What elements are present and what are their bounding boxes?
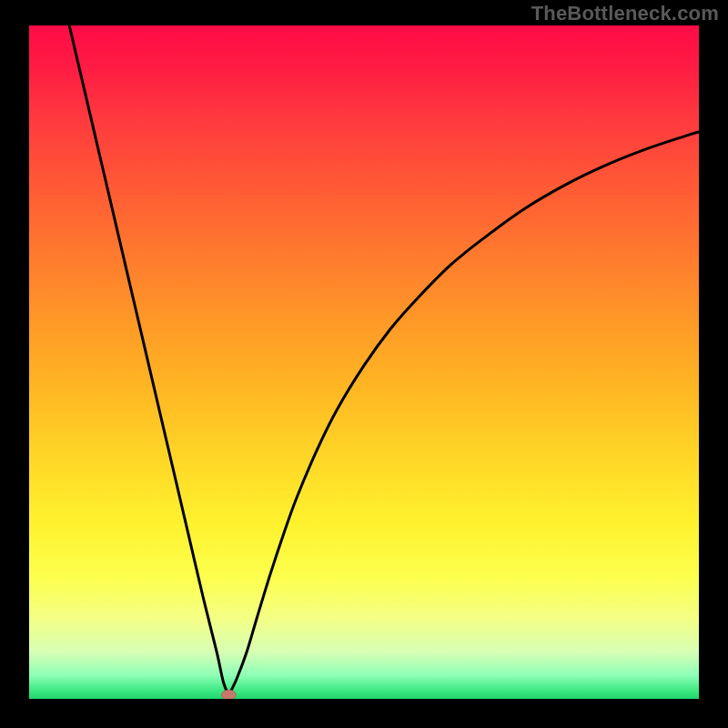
chart-frame: TheBottleneck.com: [0, 0, 728, 728]
curve-right-branch: [228, 132, 699, 695]
curve-left-branch: [69, 25, 228, 695]
watermark-text: TheBottleneck.com: [531, 2, 719, 25]
plot-area: [29, 25, 699, 699]
minimum-marker: [221, 690, 236, 699]
bottleneck-curve: [29, 25, 699, 699]
